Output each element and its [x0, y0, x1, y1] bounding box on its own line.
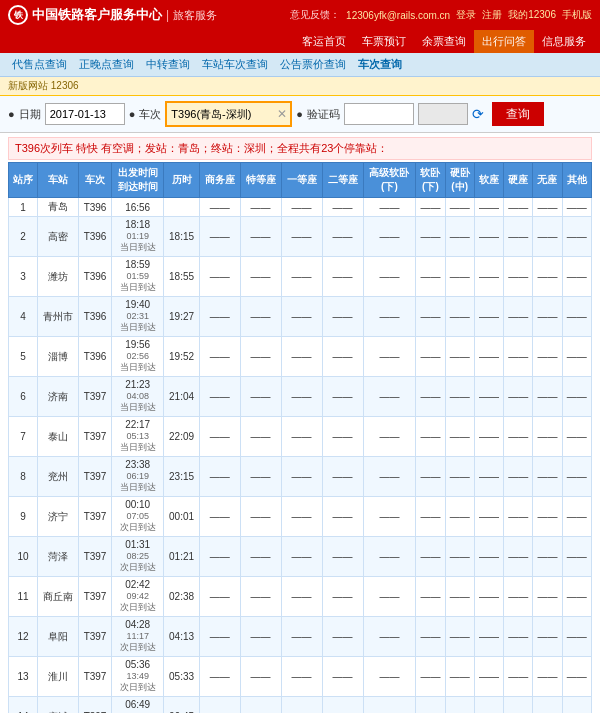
cell-seq: 12: [9, 617, 38, 657]
cell-yz: ——: [504, 457, 533, 497]
cell-yz: ——: [504, 577, 533, 617]
cell-sw: ——: [199, 297, 240, 337]
cell-times: 05:3613:49次日到达: [111, 657, 164, 697]
my-account[interactable]: 我的12306: [508, 8, 556, 22]
cell-second: ——: [322, 537, 363, 577]
cell-train: T397: [79, 497, 112, 537]
date-input[interactable]: [45, 103, 125, 125]
cell-seq: 10: [9, 537, 38, 577]
cell-wz: ——: [533, 537, 562, 577]
cell-seq: 14: [9, 697, 38, 714]
cell-te: ——: [240, 497, 281, 537]
clear-icon[interactable]: ✕: [277, 107, 290, 121]
cell-yw: ——: [445, 537, 474, 577]
sub-nav-item-1[interactable]: 正晚点查询: [73, 55, 140, 74]
login-link[interactable]: 登录: [456, 8, 476, 22]
cell-rw: ——: [416, 497, 445, 537]
cell-second: ——: [322, 198, 363, 217]
query-button[interactable]: 查询: [492, 102, 544, 126]
sub-nav-item-4[interactable]: 公告票价查询: [274, 55, 352, 74]
sub-nav-item-2[interactable]: 中转查询: [140, 55, 196, 74]
cell-wz: ——: [533, 497, 562, 537]
captcha-input[interactable]: [344, 103, 414, 125]
captcha-label-text: 验证码: [307, 107, 340, 122]
cell-yw: ——: [445, 657, 474, 697]
table-row: 3潍坊T39618:5901:59当日到达18:55——————————————…: [9, 257, 592, 297]
cell-yz: ——: [504, 377, 533, 417]
sub-nav-item-5[interactable]: 车次查询: [352, 55, 408, 74]
refresh-icon[interactable]: ⟳: [472, 106, 484, 122]
cell-rw: ——: [416, 337, 445, 377]
col-header-yz: 硬座: [504, 163, 533, 198]
cell-te: ——: [240, 297, 281, 337]
nav-item-0[interactable]: 客运首页: [294, 30, 354, 53]
nav-item-2[interactable]: 余票查询: [414, 30, 474, 53]
cell-times: 23:3806:19当日到达: [111, 457, 164, 497]
cell-second: ——: [322, 617, 363, 657]
cell-gjrw: ——: [363, 537, 416, 577]
cell-te: ——: [240, 337, 281, 377]
cell-rz: ——: [474, 198, 503, 217]
col-header-duration: 历时: [164, 163, 199, 198]
cell-duration: [164, 198, 199, 217]
cell-yz: ——: [504, 198, 533, 217]
cell-second: ——: [322, 377, 363, 417]
col-header-qt: 其他: [562, 163, 591, 198]
cell-duration: 23:15: [164, 457, 199, 497]
cell-wz: ——: [533, 457, 562, 497]
cell-yz: ——: [504, 257, 533, 297]
sub-nav-item-0[interactable]: 代售点查询: [6, 55, 73, 74]
cell-station: 兖州: [38, 457, 79, 497]
cell-first: ——: [281, 198, 322, 217]
cell-first: ——: [281, 697, 322, 714]
cell-station: 潍坊: [38, 257, 79, 297]
cell-te: ——: [240, 257, 281, 297]
cell-first: ——: [281, 537, 322, 577]
cell-first: ——: [281, 457, 322, 497]
nav-item-3[interactable]: 出行问答: [474, 30, 534, 53]
col-header-yw: 硬卧(中): [445, 163, 474, 198]
phone-version[interactable]: 手机版: [562, 8, 592, 22]
cell-rz: ——: [474, 457, 503, 497]
cell-te: ——: [240, 657, 281, 697]
col-header-gjrw: 高级软卧(下): [363, 163, 416, 198]
cell-qt: ——: [562, 198, 591, 217]
hotline-email[interactable]: 12306yfk@rails.com.cn: [346, 10, 450, 21]
nav-item-1[interactable]: 车票预订: [354, 30, 414, 53]
cell-wz: ——: [533, 657, 562, 697]
train-input[interactable]: [167, 103, 277, 125]
cell-qt: ——: [562, 377, 591, 417]
cell-rw: ——: [416, 617, 445, 657]
cell-sw: ——: [199, 537, 240, 577]
table-row: 6济南T39721:2304:08当日到达21:04——————————————…: [9, 377, 592, 417]
cell-gjrw: ——: [363, 497, 416, 537]
cell-station: 泰山: [38, 417, 79, 457]
hotline-label: 意见反馈：: [290, 8, 340, 22]
sub-nav-item-3[interactable]: 车站车次查询: [196, 55, 274, 74]
cell-qt: ——: [562, 617, 591, 657]
cell-yw: ——: [445, 497, 474, 537]
cell-qt: ——: [562, 697, 591, 714]
header-sep: |: [166, 8, 169, 22]
cell-rz: ——: [474, 577, 503, 617]
cell-duration: 18:15: [164, 217, 199, 257]
cell-sw: ——: [199, 257, 240, 297]
cell-station: 济宁: [38, 497, 79, 537]
register-link[interactable]: 注册: [482, 8, 502, 22]
cell-sw: ——: [199, 497, 240, 537]
cell-train: T397: [79, 417, 112, 457]
nav-item-4[interactable]: 信息服务: [534, 30, 594, 53]
cell-wz: ——: [533, 217, 562, 257]
cell-train: T397: [79, 377, 112, 417]
cell-seq: 2: [9, 217, 38, 257]
cell-times: 06:4913:49次日到达: [111, 697, 164, 714]
cell-rz: ——: [474, 417, 503, 457]
cell-station: 高密: [38, 217, 79, 257]
cell-seq: 5: [9, 337, 38, 377]
cell-gjrw: ——: [363, 417, 416, 457]
cell-station: 青州市: [38, 297, 79, 337]
cell-qt: ——: [562, 537, 591, 577]
cell-duration: 19:27: [164, 297, 199, 337]
cell-rz: ——: [474, 657, 503, 697]
cell-gjrw: ——: [363, 617, 416, 657]
